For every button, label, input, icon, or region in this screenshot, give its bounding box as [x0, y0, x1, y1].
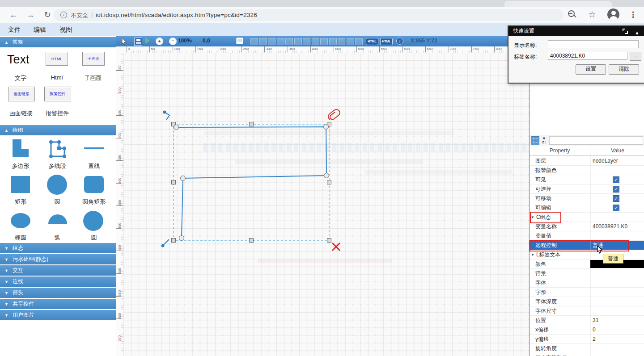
- circle-icon[interactable]: [47, 175, 67, 195]
- arc-icon[interactable]: [48, 214, 67, 224]
- back-icon[interactable]: ←: [8, 9, 19, 20]
- vertex-handle[interactable]: [324, 125, 329, 130]
- vertex-handle[interactable]: [174, 125, 179, 130]
- property-row-22[interactable]: 最大字符数量: [530, 353, 644, 356]
- browser-zoom-icon[interactable]: [568, 10, 575, 17]
- dock-icon[interactable]: [623, 29, 628, 34]
- resize-handle[interactable]: [172, 239, 176, 243]
- property-row-18[interactable]: 位置31: [530, 316, 644, 325]
- info-icon[interactable]: i: [396, 38, 403, 45]
- menu-edit[interactable]: 编辑: [34, 23, 46, 36]
- property-row-12[interactable]: 颜色: [530, 260, 644, 269]
- property-row-17[interactable]: 字体尺寸: [530, 306, 644, 316]
- browse-tag-button[interactable]: ...: [630, 52, 641, 61]
- property-row-3[interactable]: 可见✓: [530, 175, 644, 184]
- property-row-15[interactable]: 字形: [530, 288, 644, 297]
- rect-icon[interactable]: [11, 176, 30, 193]
- canvas-settings-icon[interactable]: [236, 38, 243, 44]
- section-sewage[interactable]: ▼污水处理(静态): [0, 254, 116, 264]
- checkbox-checked-icon[interactable]: ✓: [613, 195, 619, 202]
- collapse-arrow-icon[interactable]: ▲: [635, 28, 640, 38]
- reload-icon[interactable]: ↻: [42, 9, 53, 20]
- url-bar[interactable]: i 不安全 | iot.idosp.net/html/scada/editor.…: [54, 9, 564, 21]
- vertex-handle[interactable]: [179, 236, 184, 241]
- tag-name-input[interactable]: [548, 52, 627, 60]
- section-arrows[interactable]: ▼箭头: [0, 288, 116, 298]
- zoom-in-icon[interactable]: +: [156, 38, 163, 45]
- property-value[interactable]: [590, 278, 644, 287]
- property-value[interactable]: [590, 269, 644, 278]
- property-row-1[interactable]: 图层nodeLayer: [530, 156, 644, 166]
- section-shared[interactable]: ▼共享控件: [0, 299, 116, 309]
- checkbox-checked-icon[interactable]: ✓: [613, 205, 619, 211]
- display-name-input[interactable]: [548, 40, 639, 48]
- clear-button[interactable]: 清除: [609, 64, 639, 75]
- ellipse-icon[interactable]: [11, 213, 30, 228]
- quick-settings-titlebar[interactable]: 快速设置 ▲: [508, 26, 644, 36]
- property-row-5[interactable]: 可移动✓: [530, 194, 644, 203]
- property-value[interactable]: [590, 344, 644, 353]
- html-export-icon[interactable]: HTML: [366, 38, 378, 45]
- property-filter-box[interactable]: [549, 136, 643, 145]
- set-button[interactable]: 设置: [576, 64, 606, 75]
- section-user-images[interactable]: ▼用户图片: [0, 310, 116, 320]
- property-value[interactable]: [590, 288, 644, 297]
- browser-tab[interactable]: [504, 1, 612, 7]
- resize-handle[interactable]: [250, 122, 254, 126]
- palette-html-tool[interactable]: HTML: [46, 52, 68, 66]
- property-row-13[interactable]: 背景: [530, 269, 644, 278]
- property-row-7[interactable]: ▼C组态: [530, 213, 644, 222]
- selected-polyline-shape[interactable]: [123, 53, 529, 356]
- section-general[interactable]: ▲常规: [0, 37, 116, 47]
- palette-screenlink-tool[interactable]: 画面链接: [8, 87, 35, 101]
- property-value[interactable]: nodeLayer: [590, 156, 644, 165]
- property-row-14[interactable]: 字体: [530, 278, 644, 288]
- bookmark-star-icon[interactable]: ☆: [587, 9, 597, 20]
- property-row-11[interactable]: ▼L标签文本: [530, 250, 644, 260]
- html-view-icon[interactable]: HTML: [380, 38, 393, 45]
- categorize-icon[interactable]: + −+ −: [531, 136, 539, 145]
- vertex-handle[interactable]: [181, 176, 186, 181]
- select-cursor-icon[interactable]: [121, 38, 128, 45]
- property-value[interactable]: [590, 231, 644, 240]
- property-value[interactable]: [590, 353, 644, 356]
- resize-handle[interactable]: [327, 239, 331, 243]
- property-row-20[interactable]: y偏移2: [530, 335, 644, 344]
- palette-alarm-tool[interactable]: 报警控件: [44, 87, 71, 101]
- property-value[interactable]: 31: [590, 316, 644, 325]
- resize-handle[interactable]: [327, 180, 331, 184]
- property-value[interactable]: [590, 166, 644, 175]
- menu-view[interactable]: 视图: [59, 23, 72, 36]
- play-icon[interactable]: [145, 38, 150, 44]
- property-row-21[interactable]: 旋转角度: [530, 344, 644, 353]
- polyline-icon[interactable]: [47, 138, 67, 159]
- browser-menu-icon[interactable]: ⋮: [628, 9, 639, 20]
- property-row-2[interactable]: 报警颜色: [530, 166, 644, 175]
- property-value[interactable]: [590, 213, 644, 222]
- property-row-8[interactable]: 变量名称400038921.K0: [530, 222, 644, 231]
- zoom-out-icon[interactable]: −: [169, 38, 177, 45]
- property-value[interactable]: 400038921.K0: [590, 222, 644, 231]
- property-row-19[interactable]: x偏移0: [530, 325, 644, 335]
- polygon-icon[interactable]: [13, 139, 29, 157]
- checkbox-checked-icon[interactable]: ✓: [613, 176, 619, 183]
- section-interaction[interactable]: ▼交互: [0, 265, 116, 276]
- rounded-rect-icon[interactable]: [84, 176, 104, 193]
- resize-handle[interactable]: [172, 180, 176, 184]
- menu-file[interactable]: 文件: [8, 23, 21, 36]
- property-row-9[interactable]: 变量值: [530, 231, 644, 241]
- save-icon[interactable]: [134, 38, 142, 46]
- sort-az-icon[interactable]: AZ↓: [540, 136, 548, 144]
- forward-icon[interactable]: →: [25, 9, 36, 20]
- property-row-6[interactable]: 可编辑✓: [530, 203, 644, 213]
- resize-handle[interactable]: [250, 239, 254, 243]
- section-connectors[interactable]: ▼连线: [0, 276, 116, 287]
- section-components[interactable]: ▼组态: [0, 243, 116, 253]
- circle-icon[interactable]: [83, 211, 103, 231]
- property-value[interactable]: 2: [590, 335, 644, 343]
- checkbox-checked-icon[interactable]: ✓: [613, 186, 619, 193]
- section-draw[interactable]: ▲绘图: [0, 125, 116, 135]
- palette-subscreen-tool[interactable]: 子画面: [82, 52, 105, 66]
- design-canvas[interactable]: [123, 53, 529, 356]
- line-icon[interactable]: [84, 147, 104, 149]
